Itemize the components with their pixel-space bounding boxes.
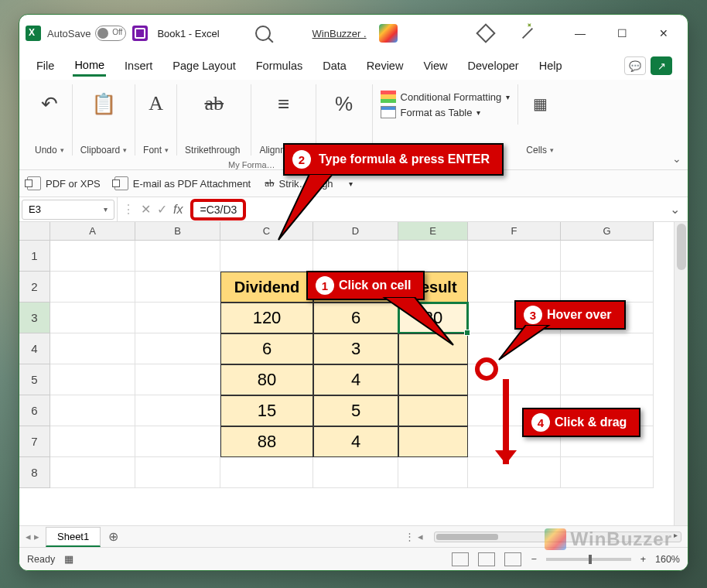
diamond-icon[interactable] (476, 23, 495, 43)
formula-input[interactable]: =C3/D3 (190, 199, 246, 220)
excel-icon (26, 26, 41, 41)
cell-C7[interactable]: 88 (220, 426, 313, 457)
tab-home[interactable]: Home (73, 56, 106, 77)
formula-bar-expand-icon[interactable]: ⌄ (662, 202, 688, 217)
clipboard-group[interactable]: 📋 Clipboard (73, 84, 135, 156)
winbuzzer-link[interactable]: WinBuzzer . (313, 28, 367, 39)
callout-2: 2 Type formula & press ENTER (283, 143, 504, 176)
row-header-1[interactable]: 1 (19, 241, 50, 272)
row-header-6[interactable]: 6 (19, 395, 50, 426)
autosave-toggle[interactable]: AutoSave Off (47, 26, 126, 41)
callout-1-number: 1 (316, 276, 334, 295)
cell-E6[interactable] (398, 395, 468, 426)
svg-marker-2 (499, 325, 549, 360)
cell-E5[interactable] (398, 364, 468, 395)
minimize-button[interactable]: — (562, 21, 598, 46)
page-break-view-icon[interactable] (504, 552, 521, 566)
document-title: Book1 - Excel (157, 28, 219, 39)
format-as-table-label: Format as Table (401, 107, 473, 118)
cell-C3[interactable]: 120 (220, 303, 313, 333)
cell-D7[interactable]: 4 (313, 426, 398, 457)
email-pdf-button[interactable]: E-mail as PDF Attachment (114, 176, 251, 190)
name-box[interactable]: E3 ▾ (22, 200, 114, 220)
conditional-formatting-label: Conditional Formatting (401, 91, 502, 103)
cell-C2[interactable]: Dividend (220, 272, 313, 303)
tab-view[interactable]: View (422, 56, 449, 75)
tab-formulas[interactable]: Formulas (254, 56, 304, 75)
pdf-icon (27, 176, 41, 190)
pdf-or-xps-button[interactable]: PDF or XPS (27, 176, 101, 190)
share-button[interactable]: ↗ (651, 56, 672, 75)
tab-data[interactable]: Data (321, 56, 348, 75)
search-icon[interactable] (255, 26, 271, 41)
tab-developer[interactable]: Developer (466, 56, 521, 75)
fx-icon[interactable]: fx (173, 203, 183, 217)
zoom-out-button[interactable]: − (531, 554, 536, 565)
cell-D5[interactable]: 4 (313, 364, 398, 395)
column-header-a[interactable]: A (50, 222, 135, 241)
page-layout-view-icon[interactable] (478, 552, 495, 566)
format-as-table-icon (381, 106, 396, 118)
format-as-table-button[interactable]: Format as Table▾ (381, 104, 511, 120)
font-group[interactable]: A Font (135, 84, 177, 156)
row-header-4[interactable]: 4 (19, 333, 50, 364)
row-header-8[interactable]: 8 (19, 457, 50, 488)
column-header-g[interactable]: G (561, 222, 654, 241)
accessibility-icon[interactable]: ▦ (64, 553, 73, 565)
cell-C5[interactable]: 80 (220, 364, 313, 395)
callout-1-tail (368, 297, 461, 351)
tab-file[interactable]: File (35, 56, 56, 75)
cell-C6[interactable]: 15 (220, 395, 313, 426)
row-header-5[interactable]: 5 (19, 364, 50, 395)
row-header-2[interactable]: 2 (19, 272, 50, 303)
zoom-slider[interactable] (546, 558, 631, 561)
email-pdf-label: E-mail as PDF Attachment (133, 178, 251, 190)
add-sheet-button[interactable]: ⊕ (101, 529, 126, 544)
strikethrough-group[interactable]: ab Strikethrough (177, 84, 251, 156)
cells-icon: ▦ (533, 84, 548, 123)
column-header-e[interactable]: E (398, 222, 468, 241)
comments-button[interactable]: 💬 (624, 56, 646, 75)
enter-formula-icon[interactable]: ✓ (157, 202, 167, 217)
vertical-scrollbar[interactable] (674, 222, 688, 525)
maximize-button[interactable]: ☐ (604, 21, 640, 46)
column-header-b[interactable]: B (135, 222, 220, 241)
undo-group[interactable]: ↶ Undo (27, 84, 73, 156)
status-bar: Ready ▦ − + 160% (19, 547, 688, 570)
strikethrough-label: Strikethrough (185, 145, 243, 156)
zoom-in-button[interactable]: + (640, 554, 646, 565)
pdf-or-xps-label: PDF or XPS (46, 178, 101, 190)
tab-insert[interactable]: Insert (123, 56, 154, 75)
formula-bar-buttons: ⋮ ✕ ✓ fx (117, 197, 187, 221)
select-all-corner[interactable] (19, 222, 50, 241)
save-icon[interactable] (132, 26, 148, 41)
callout-4-number: 4 (531, 413, 550, 432)
fill-handle[interactable] (464, 330, 470, 336)
row-header-3[interactable]: 3 (19, 303, 50, 333)
ribbon-collapse-button[interactable]: ⌄ (672, 152, 681, 165)
normal-view-icon[interactable] (452, 552, 469, 566)
cells-group[interactable]: ▦ Cells (518, 84, 562, 156)
styles-group: Conditional Formatting▾ Format as Table▾ (373, 84, 519, 125)
row-headers: 12345678 (19, 241, 50, 525)
column-header-f[interactable]: F (468, 222, 561, 241)
zoom-level[interactable]: 160% (655, 554, 680, 565)
tab-help[interactable]: Help (538, 56, 564, 75)
tab-review[interactable]: Review (365, 56, 405, 75)
wand-icon[interactable] (522, 28, 533, 39)
number-icon: % (335, 84, 353, 123)
clipboard-label: Clipboard (80, 145, 127, 156)
tab-page-layout[interactable]: Page Layout (171, 56, 237, 75)
cell-C4[interactable]: 6 (220, 333, 313, 364)
sheet-nav-buttons[interactable]: ◂▸ (19, 531, 46, 542)
sheet-tab-sheet1[interactable]: Sheet1 (46, 527, 101, 547)
cell-D6[interactable]: 5 (313, 395, 398, 426)
cell-E7[interactable] (398, 426, 468, 457)
row-header-7[interactable]: 7 (19, 426, 50, 457)
cancel-formula-icon[interactable]: ✕ (141, 202, 151, 217)
close-button[interactable]: ✕ (646, 21, 681, 46)
conditional-formatting-button[interactable]: Conditional Formatting▾ (381, 89, 511, 104)
toggle-switch-icon[interactable]: Off (95, 26, 126, 41)
undo-label: Undo (35, 145, 64, 156)
formula-bar-menu-icon[interactable]: ⋮ (122, 202, 135, 217)
